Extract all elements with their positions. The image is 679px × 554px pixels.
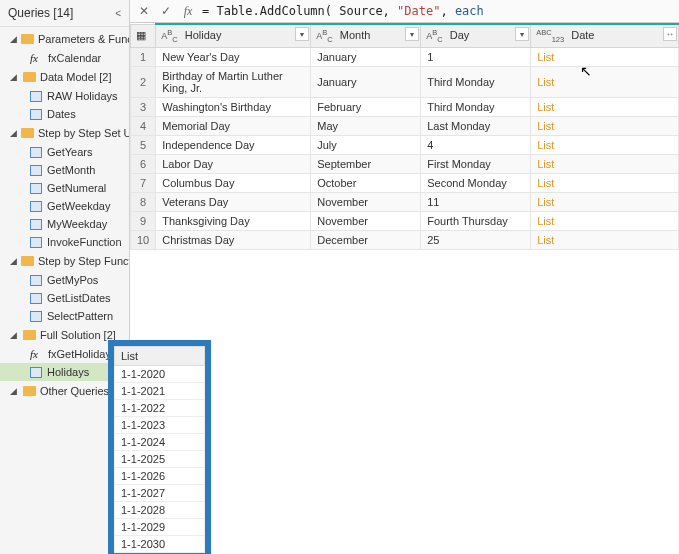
filter-dropdown-icon[interactable]: ▾ [515,27,529,41]
row-index[interactable]: 9 [131,211,156,230]
cancel-icon[interactable]: ✕ [136,3,152,19]
row-index[interactable]: 1 [131,47,156,66]
cell-day[interactable]: Fourth Thursday [421,211,531,230]
table-row[interactable]: 1New Year's DayJanuary1List [131,47,679,66]
filter-dropdown-icon[interactable]: ▾ [295,27,309,41]
tree-item[interactable]: SelectPattern [0,307,129,325]
preview-header[interactable]: List [115,347,205,366]
list-item[interactable]: 1-1-2029 [115,519,205,536]
list-item[interactable]: 1-1-2026 [115,468,205,485]
cell-date[interactable]: List [531,154,679,173]
cell-holiday[interactable]: Christmas Day [156,230,311,249]
table-row[interactable]: 10Christmas DayDecember25List [131,230,679,249]
cell-holiday[interactable]: New Year's Day [156,47,311,66]
cell-day[interactable]: First Monday [421,154,531,173]
cell-month[interactable]: May [311,116,421,135]
row-index[interactable]: 10 [131,230,156,249]
tree-item[interactable]: GetMonth [0,161,129,179]
fx-icon[interactable]: fx [180,3,196,19]
list-item[interactable]: 1-1-2025 [115,451,205,468]
column-header-date[interactable]: ABC123 Date ↔ [531,24,679,47]
cell-day[interactable]: 4 [421,135,531,154]
cell-date[interactable]: List [531,135,679,154]
row-index[interactable]: 6 [131,154,156,173]
tree-item[interactable]: GetListDates [0,289,129,307]
formula-text[interactable]: = Table.AddColumn( Source, "Date", each [202,4,673,18]
tree-group[interactable]: ◢Data Model [2] [0,67,129,87]
column-header-holiday[interactable]: ABC Holiday ▾ [156,24,311,47]
list-link[interactable]: List [537,51,554,63]
cell-day[interactable]: Third Monday [421,97,531,116]
row-index[interactable]: 2 [131,66,156,97]
cell-date[interactable]: List [531,173,679,192]
cell-holiday[interactable]: Veterans Day [156,192,311,211]
cell-date[interactable]: List [531,66,679,97]
cell-holiday[interactable]: Thanksgiving Day [156,211,311,230]
row-index[interactable]: 8 [131,192,156,211]
list-link[interactable]: List [537,158,554,170]
cell-day[interactable]: 1 [421,47,531,66]
cell-holiday[interactable]: Washington's Birthday [156,97,311,116]
list-link[interactable]: List [537,177,554,189]
table-row[interactable]: 5Independence DayJuly4List [131,135,679,154]
cell-holiday[interactable]: Labor Day [156,154,311,173]
table-row[interactable]: 2Birthday of Martin Luther King, Jr.Janu… [131,66,679,97]
cell-day[interactable]: Third Monday [421,66,531,97]
cell-month[interactable]: July [311,135,421,154]
table-row[interactable]: 4Memorial DayMayLast MondayList [131,116,679,135]
list-link[interactable]: List [537,76,554,88]
tree-item[interactable]: GetMyPos [0,271,129,289]
expand-column-icon[interactable]: ↔ [663,27,677,41]
tree-group[interactable]: ◢Step by Step Function… [0,251,129,271]
cell-month[interactable]: November [311,192,421,211]
tree-item[interactable]: Dates [0,105,129,123]
cell-month[interactable]: December [311,230,421,249]
table-row[interactable]: 3Washington's BirthdayFebruaryThird Mond… [131,97,679,116]
filter-dropdown-icon[interactable]: ▾ [405,27,419,41]
cell-holiday[interactable]: Columbus Day [156,173,311,192]
row-index[interactable]: 3 [131,97,156,116]
tree-group[interactable]: ◢Parameters & Functio… [0,29,129,49]
tree-group[interactable]: ◢Step by Step Set Up [6] [0,123,129,143]
row-index[interactable]: 7 [131,173,156,192]
cell-month[interactable]: February [311,97,421,116]
cell-day[interactable]: 11 [421,192,531,211]
tree-item[interactable]: MyWeekday [0,215,129,233]
tree-item[interactable]: GetYears [0,143,129,161]
list-item[interactable]: 1-1-2024 [115,434,205,451]
tree-item[interactable]: InvokeFunction [0,233,129,251]
cell-month[interactable]: September [311,154,421,173]
table-row[interactable]: 7Columbus DayOctoberSecond MondayList [131,173,679,192]
list-link[interactable]: List [537,234,554,246]
list-item[interactable]: 1-1-2021 [115,383,205,400]
cell-date[interactable]: List [531,230,679,249]
cell-date[interactable]: List [531,116,679,135]
list-link[interactable]: List [537,215,554,227]
cell-holiday[interactable]: Independence Day [156,135,311,154]
list-item[interactable]: 1-1-2030 [115,536,205,553]
row-index-header[interactable]: ▦ [131,24,156,47]
tree-item[interactable]: RAW Holidays [0,87,129,105]
table-row[interactable]: 9Thanksgiving DayNovemberFourth Thursday… [131,211,679,230]
row-index[interactable]: 4 [131,116,156,135]
cell-day[interactable]: 25 [421,230,531,249]
cell-day[interactable]: Second Monday [421,173,531,192]
tree-item[interactable]: fxfxCalendar [0,49,129,67]
table-row[interactable]: 8Veterans DayNovember11List [131,192,679,211]
list-item[interactable]: 1-1-2027 [115,485,205,502]
tree-item[interactable]: GetWeekday [0,197,129,215]
confirm-icon[interactable]: ✓ [158,3,174,19]
table-row[interactable]: 6Labor DaySeptemberFirst MondayList [131,154,679,173]
list-link[interactable]: List [537,196,554,208]
list-link[interactable]: List [537,139,554,151]
cell-date[interactable]: List [531,97,679,116]
cell-month[interactable]: January [311,66,421,97]
cell-holiday[interactable]: Birthday of Martin Luther King, Jr. [156,66,311,97]
cell-day[interactable]: Last Monday [421,116,531,135]
list-item[interactable]: 1-1-2023 [115,417,205,434]
list-link[interactable]: List [537,120,554,132]
cell-date[interactable]: List [531,211,679,230]
column-header-day[interactable]: ABC Day ▾ [421,24,531,47]
column-header-month[interactable]: ABC Month ▾ [311,24,421,47]
list-item[interactable]: 1-1-2020 [115,366,205,383]
